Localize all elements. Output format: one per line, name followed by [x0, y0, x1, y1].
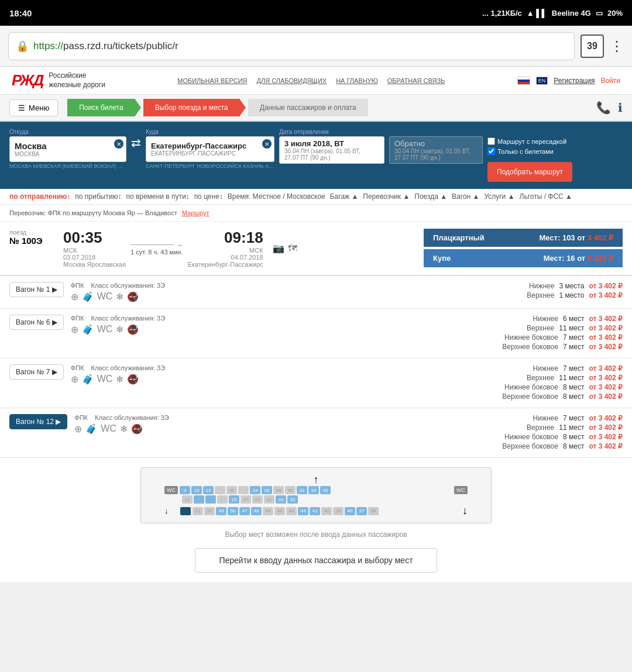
date-input[interactable]: 3 июля 2018, ВТ 30.04 ПН (завтра), 01.05…: [279, 136, 384, 164]
sort-price[interactable]: по цене↕: [194, 192, 223, 201]
search-form: Откуда ✕ Москва МОСКВА МОСКВА КИЕВСКАЯ (…: [0, 122, 632, 189]
place-row: Верхнее 11 мест от 3 402 ₽: [502, 374, 623, 382]
wagon-carrier: ФПК Класс обслуживания: 3Э: [71, 282, 499, 289]
login-link[interactable]: Войти: [600, 77, 620, 85]
nav-home[interactable]: НА ГЛАВНУЮ: [336, 77, 378, 84]
seat[interactable]: 33: [276, 495, 286, 504]
wagon-button[interactable]: Вагон № 6 ▶: [9, 315, 64, 330]
wagon-button[interactable]: Вагон № 1 ▶: [9, 282, 64, 297]
flag-ru[interactable]: [517, 77, 530, 85]
seat[interactable]: 11: [182, 495, 193, 504]
select-route-button[interactable]: Подобрать маршрут: [487, 162, 572, 182]
seat[interactable]: 10: [191, 486, 202, 494]
train-camera-icon[interactable]: 📷: [273, 243, 284, 254]
seat[interactable]: 45: [263, 507, 273, 515]
seat[interactable]: [215, 486, 225, 494]
menu-button[interactable]: ☰ Меню: [9, 99, 58, 116]
seat[interactable]: 8: [180, 486, 190, 494]
hamburger-icon: ☰: [18, 104, 25, 112]
seat[interactable]: 37: [356, 507, 367, 515]
sort-carrier[interactable]: Перевозчик ▲: [363, 192, 410, 201]
seat[interactable]: 29: [252, 495, 263, 504]
info-icon[interactable]: ℹ: [618, 101, 623, 115]
seat[interactable]: [194, 495, 204, 504]
route-checkbox-label[interactable]: Маршрут с пересадкой: [487, 137, 572, 145]
sort-arrival[interactable]: по прибытию↕: [75, 192, 121, 201]
url-bar[interactable]: 🔒 https://pass.rzd.ru/tickets/public/r: [8, 32, 575, 60]
place-row: Нижнее боковое 8 мест от 3 402 ₽: [502, 383, 623, 391]
place-row: Нижнее боковое 8 мест от 3 402 ₽: [502, 433, 623, 441]
swap-button[interactable]: ⇄: [131, 136, 141, 150]
from-field-group: Откуда ✕ Москва МОСКВА МОСКВА КИЕВСКАЯ (…: [9, 129, 126, 169]
seat[interactable]: 44: [298, 507, 308, 515]
seat[interactable]: 31: [264, 495, 274, 504]
seat[interactable]: 28: [273, 486, 284, 494]
sort-trains[interactable]: Поезда ▲: [414, 192, 447, 201]
sort-departure[interactable]: по отправлению↕: [9, 192, 70, 201]
seat[interactable]: 48: [251, 507, 262, 515]
seat[interactable]: [205, 495, 216, 504]
seat[interactable]: 26: [262, 486, 272, 494]
train-scheme-icon[interactable]: 🗺: [288, 243, 297, 254]
wizard-step-3[interactable]: Данные пассажиров и оплата: [248, 99, 368, 116]
tickets-checkbox-label[interactable]: Только с билетами: [487, 147, 572, 155]
seat[interactable]: 47: [239, 507, 250, 515]
to-clear-button[interactable]: ✕: [262, 139, 272, 149]
sort-benefits[interactable]: Льготы / ФСС ▲: [520, 192, 572, 201]
nav-feedback[interactable]: ОБРАТНАЯ СВЯЗЬ: [387, 77, 445, 84]
seat[interactable]: 34: [308, 486, 319, 494]
sort-baggage[interactable]: Багаж ▲: [330, 192, 359, 201]
wagon-wc-icon: WC: [97, 291, 113, 302]
wizard-step-1[interactable]: Поиск билета: [67, 99, 135, 116]
seat[interactable]: 24: [250, 486, 260, 494]
seat[interactable]: 20: [226, 486, 237, 494]
sort-duration[interactable]: по времени в пути↕: [126, 192, 189, 201]
seat[interactable]: 25: [229, 495, 239, 504]
from-clear-button[interactable]: ✕: [114, 139, 123, 149]
selected-seat[interactable]: [180, 507, 191, 515]
nav-accessibility[interactable]: ДЛЯ СЛАБОВИДЯЩИХ: [256, 77, 327, 84]
seat[interactable]: 27: [241, 495, 251, 504]
seat[interactable]: 49: [216, 507, 226, 515]
seat[interactable]: [217, 495, 228, 504]
wagon-button[interactable]: Вагон № 12 ▶: [9, 414, 67, 429]
browser-menu-button[interactable]: ⋮: [610, 38, 624, 54]
seat[interactable]: 41: [310, 507, 320, 515]
sort-wagon[interactable]: Вагон ▲: [452, 192, 479, 201]
seat[interactable]: 35: [287, 495, 298, 504]
phone-icon[interactable]: 📞: [596, 101, 611, 115]
tickets-checkbox[interactable]: [487, 147, 495, 155]
route-checkbox[interactable]: [487, 137, 495, 145]
proceed-button[interactable]: Перейти к вводу данных пассажира и выбор…: [195, 548, 437, 573]
seat[interactable]: 12: [203, 486, 214, 494]
wagon-button[interactable]: Вагон № 7 ▶: [9, 364, 64, 380]
seat[interactable]: 52: [204, 507, 215, 515]
return-input[interactable]: Обратно 30.04 ПН (завтра), 01.05 ВТ, 27.…: [389, 136, 483, 164]
place-count: 8 мест: [563, 392, 584, 401]
seat[interactable]: 42: [321, 507, 332, 515]
seat[interactable]: 38: [368, 507, 379, 515]
seat[interactable]: 46: [274, 507, 285, 515]
nav-mobile[interactable]: МОБИЛЬНАЯ ВЕРСИЯ: [177, 77, 247, 84]
seat[interactable]: 32: [297, 486, 307, 494]
seat[interactable]: 30: [285, 486, 296, 494]
from-input[interactable]: ✕ Москва МОСКВА: [9, 136, 126, 162]
platzkart-header: Плацкартный Мест: 103 от 3 402 ₽: [424, 229, 623, 247]
arrival-station: Екатеринбург-Пассажирс: [187, 261, 263, 268]
route-link[interactable]: Маршрут: [182, 209, 209, 216]
wizard-step-2[interactable]: Выбор поезда и места: [143, 99, 240, 116]
seat[interactable]: 40: [345, 507, 355, 515]
seat[interactable]: [238, 486, 249, 494]
seat[interactable]: 51: [193, 507, 203, 515]
to-input[interactable]: ✕ Екатеринбург-Пассажирс ЕКАТЕРИНБУРГ-ПА…: [146, 136, 274, 162]
sort-services[interactable]: Услуги ▲: [484, 192, 514, 201]
flag-en[interactable]: EN: [536, 77, 548, 85]
seat[interactable]: 50: [228, 507, 238, 515]
seat[interactable]: 39: [333, 507, 344, 515]
place-price: от 3 402 ₽: [589, 392, 623, 401]
seat[interactable]: 43: [286, 507, 297, 515]
tab-count-badge[interactable]: 39: [581, 35, 604, 58]
register-link[interactable]: Регистрация: [554, 77, 595, 85]
sort-time-toggle[interactable]: Время: Местное / Московское: [228, 192, 325, 201]
seat[interactable]: 36: [320, 486, 331, 494]
